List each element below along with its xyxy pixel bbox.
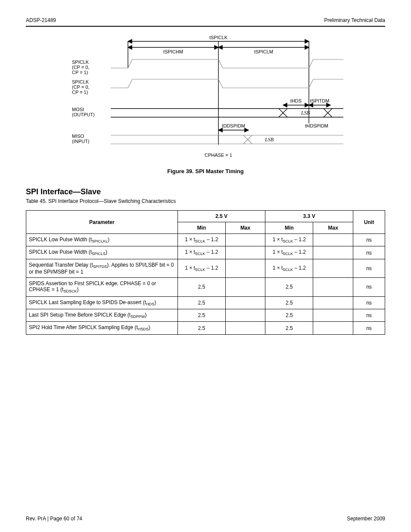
cell-max33 (313, 246, 353, 259)
footer-date: September 2009 (347, 516, 385, 522)
cell-min33: 2.5 (265, 322, 313, 334)
col-min-25: Min (177, 222, 225, 234)
col-min-33: Min (265, 222, 313, 234)
col-max-25: Max (225, 222, 265, 234)
cell-min25: 1 × tSCLK – 1.2 (177, 246, 225, 259)
lbl-miso-a: MISO (72, 134, 84, 139)
lbl-spiclk-2c: CP = 1) (72, 90, 88, 95)
lbl-tspiclk: tSPICLK (209, 35, 228, 40)
header-rule (26, 26, 385, 27)
header-right: Preliminary Technical Data (324, 17, 385, 23)
table-row: SPICLK Low Pulse Width (tSPICLKL)1 × tSC… (26, 234, 385, 246)
lbl-mosi-b: (OUTPUT) (72, 112, 95, 117)
cell-max25 (225, 322, 265, 334)
cell-unit: ns (353, 234, 385, 246)
lbl-spiclk-1a: SPICLK (72, 59, 89, 65)
cell-min33: 2.5 (265, 296, 313, 309)
lbl-spiclk-2b: (CP = 0, (72, 84, 89, 90)
lbl-mosi-a: MOSI (72, 107, 84, 112)
timing-diagram: tSPICLK tSPICHM tSPICLM SPICLK (CP = 0, … (68, 33, 343, 164)
cell-max33 (313, 296, 353, 309)
cell-desc: SPIDS Assertion to First SPICLK edge, CP… (26, 278, 178, 296)
cell-desc: Last SPI Setup Time Before SPICLK Edge (… (26, 309, 178, 321)
cell-unit: ns (353, 259, 385, 277)
cell-desc: SPI2 Hold Time After SPICLK Sampling Edg… (26, 322, 178, 334)
cell-unit: ns (353, 278, 385, 296)
lbl-spiclk-1b: (CP = 0, (72, 65, 89, 70)
table-row: Sequential Transfer Delay (tSPITDS). App… (26, 259, 385, 277)
cell-min25: 1 × tSCLK – 1.2 (177, 259, 225, 277)
col-max-33: Max (313, 222, 353, 234)
cell-max25 (225, 309, 265, 321)
cell-min33: 1 × tSCLK – 1.2 (265, 246, 313, 259)
cell-desc: SPICLK Low Pulse Width (tSPICLKL) (26, 234, 178, 246)
col-volt-33: 3.3 V (265, 211, 353, 222)
cell-max33 (313, 309, 353, 321)
table-subtitle: Table 45. SPI Interface Protocol—Slave S… (26, 198, 385, 204)
cell-unit: ns (353, 309, 385, 321)
table-row: Last SPI Setup Time Before SPICLK Edge (… (26, 309, 385, 321)
lbl-tddspidm: tDDSPIDM (222, 123, 245, 128)
miso-lsb: LSB (265, 137, 274, 143)
cell-max25 (225, 234, 265, 246)
lbl-spiclk-2a: SPICLK (72, 79, 89, 84)
table-row: SPI2 Hold Time After SPICLK Sampling Edg… (26, 322, 385, 334)
cell-max33 (313, 322, 353, 334)
cell-max33 (313, 259, 353, 277)
header-left: ADSP-21489 (26, 17, 56, 23)
lbl-spiclk-1c: CP = 1) (72, 70, 88, 75)
spec-table-body: SPICLK Low Pulse Width (tSPICLKL)1 × tSC… (26, 234, 385, 335)
cell-max25 (225, 246, 265, 259)
cell-min33: 1 × tSCLK – 1.2 (265, 234, 313, 246)
page-header: ADSP-21489 Preliminary Technical Data (26, 17, 385, 23)
spec-table: Parameter 2.5 V 3.3 V Unit Min Max Min M… (26, 210, 385, 335)
page-root: ADSP-21489 Preliminary Technical Data tS… (0, 0, 411, 532)
cell-min25: 2.5 (177, 296, 225, 309)
footer-revision: Rev. PrA | Page 60 of 74 (26, 516, 82, 522)
cell-unit: ns (353, 246, 385, 259)
col-unit: Unit (353, 211, 385, 234)
mosi-lsb: LSB (301, 110, 310, 116)
lbl-thdspidm: tHDSPIDM (305, 123, 328, 128)
col-volt-25: 2.5 V (177, 211, 265, 222)
cell-desc: SPICLK Low Pulse Width (tSPICLS) (26, 246, 178, 259)
cell-desc: Sequential Transfer Delay (tSPITDS). App… (26, 259, 178, 277)
table-header-row-1: Parameter 2.5 V 3.3 V Unit (26, 211, 385, 222)
cell-max33 (313, 234, 353, 246)
table-title: SPI Interface—Slave (26, 187, 385, 196)
table-row: SPICLK Low Pulse Width (tSPICLS)1 × tSCL… (26, 246, 385, 259)
cell-min25: 2.5 (177, 278, 225, 296)
lbl-tspichm: tSPICHM (163, 49, 183, 54)
lbl-tspiclm: tSPICLM (254, 49, 273, 54)
col-parameter: Parameter (26, 211, 178, 234)
lbl-thds: tHDS (290, 98, 302, 103)
cell-max33 (313, 278, 353, 296)
figure-caption: Figure 39. SPI Master Timing (26, 168, 385, 174)
lbl-miso-b: (INPUT) (72, 139, 89, 144)
cell-min25: 2.5 (177, 309, 225, 321)
cell-min25: 1 × tSCLK – 1.2 (177, 234, 225, 246)
cell-max25 (225, 278, 265, 296)
cell-max25 (225, 259, 265, 277)
cell-unit: ns (353, 296, 385, 309)
cell-min33: 2.5 (265, 278, 313, 296)
table-row: SPICLK Last Sampling Edge to SPIDS De-as… (26, 296, 385, 309)
cell-min33: 2.5 (265, 309, 313, 321)
cell-min25: 2.5 (177, 322, 225, 334)
cell-unit: ns (353, 322, 385, 334)
cell-max25 (225, 296, 265, 309)
cell-desc: SPICLK Last Sampling Edge to SPIDS De-as… (26, 296, 178, 309)
table-row: SPIDS Assertion to First SPICLK edge, CP… (26, 278, 385, 296)
lbl-cphase: CPHASE = 1 (205, 152, 232, 158)
cell-min33: 1 × tSCLK – 1.2 (265, 259, 313, 277)
lbl-tspitdm: tSPITDM (310, 98, 330, 103)
